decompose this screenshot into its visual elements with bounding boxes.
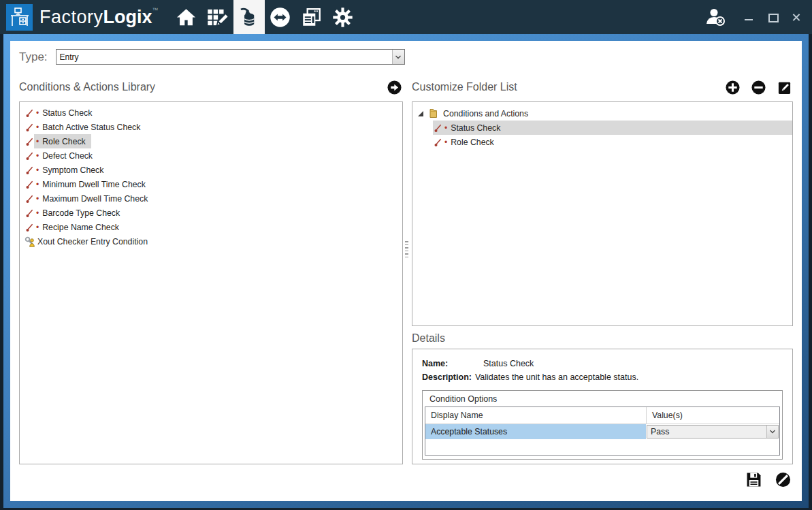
app-title: FactoryLogix™ [39,7,159,28]
folder-icon [428,108,438,118]
titlebar: FactoryLogix™ [0,0,812,34]
desk-computer-icon [6,4,33,31]
red-bullet: • [36,123,39,131]
user-logout-icon[interactable] [702,3,729,31]
condition-pin-icon [25,123,34,132]
chevron-down-icon[interactable] [766,426,778,438]
red-bullet: • [36,138,39,146]
details-description-label: Description: [422,372,472,382]
remove-circle-icon[interactable] [751,80,766,95]
condition-pin-icon [25,165,34,175]
folder-tree-item-label: Status Check [451,123,500,133]
library-list-item[interactable]: •Status Check [20,106,402,120]
library-item-label: Recipe Name Check [42,223,119,232]
details-panel: Name: Status Check Description: Validate… [412,349,793,464]
window-frame: Type: Entry Conditions & Actions Library… [3,34,809,508]
type-dropdown[interactable]: Entry [56,49,405,65]
library-list-item[interactable]: •Role Check [20,134,402,148]
close-button[interactable] [792,12,801,22]
library-list-item[interactable]: •Barcode Type Check [20,206,402,220]
library-list-item[interactable]: •Defect Check [20,148,402,163]
condition-pin-icon [25,180,34,189]
folder-list-title: Customize Folder List [412,81,517,93]
red-bullet: • [444,138,447,146]
maximize-button[interactable] [768,12,777,22]
footer-actions [412,464,793,494]
condition-pin-icon [433,123,442,133]
chevron-down-icon[interactable] [392,50,404,64]
main-content: Type: Entry Conditions & Actions Library… [10,41,802,501]
library-list: •Status Check •Batch Active Status Check… [19,101,403,464]
option-name-cell[interactable]: Acceptable Statuses [425,424,646,439]
library-item-label: Status Check [42,108,92,118]
red-bullet: • [36,180,39,189]
details-name-value: Status Check [483,359,534,368]
tree-expander-icon[interactable] [418,111,423,116]
folder-tree-root[interactable]: Conditions and Actions [412,106,792,121]
library-list-item[interactable]: •Symptom Check [20,163,402,177]
details-title: Details [412,332,793,345]
condition-pin-icon [25,194,34,204]
library-item-label: Role Check [42,137,86,146]
type-label: Type: [19,50,48,64]
library-list-item[interactable]: •Maximum Dwell Time Check [20,191,402,206]
condition-pin-icon [25,108,34,118]
option-value-text: Pass [647,427,766,436]
cancel-icon[interactable] [775,472,791,488]
arrow-right-circle-icon[interactable] [387,80,402,95]
column-splitter[interactable] [404,241,408,259]
reports-windows-icon[interactable] [296,0,327,34]
xout-wrench-icon [25,236,35,247]
condition-pin-icon [25,208,34,218]
red-bullet: • [36,166,39,174]
red-bullet: • [36,152,39,160]
folder-tree-item[interactable]: • Role Check [412,135,792,149]
condition-pin-icon [25,151,34,161]
condition-pin-icon [25,223,34,232]
library-list-item[interactable]: •Batch Active Status Check [20,120,402,134]
save-icon[interactable] [746,472,762,488]
library-title: Conditions & Actions Library [19,81,155,93]
library-database-icon[interactable] [233,0,265,34]
library-item-label: Defect Check [42,151,93,161]
library-item-label: Batch Active Status Check [42,123,140,132]
condition-pin-icon [25,137,34,146]
library-item-label: Minimum Dwell Time Check [42,180,146,189]
production-grid-pencil-icon[interactable] [202,0,233,34]
folder-tree: Conditions and Actions • Status Check • … [412,101,793,326]
edit-pencil-icon[interactable] [777,80,792,95]
folder-tree-item-label: Role Check [451,138,494,147]
add-circle-icon[interactable] [726,80,740,95]
option-value-dropdown[interactable]: Pass [647,425,779,439]
library-item-label: Barcode Type Check [42,208,120,218]
minimize-button[interactable] [744,12,753,22]
red-bullet: • [36,209,39,217]
type-dropdown-value: Entry [56,52,392,62]
option-value-cell: Pass [646,424,779,439]
folder-tree-root-label: Conditions and Actions [443,109,528,118]
condition-pin-icon [433,138,442,147]
library-item-label: Symptom Check [42,165,103,175]
main-nav [171,0,359,34]
library-list-item[interactable]: •Recipe Name Check [20,220,402,234]
details-name-label: Name: [422,359,483,368]
tree-indent [412,135,433,149]
column-header-display-name: Display Name [425,407,646,424]
settings-gear-icon[interactable] [327,0,359,34]
tree-indent [412,121,433,135]
home-icon[interactable] [171,0,202,34]
red-bullet: • [36,223,39,232]
library-list-item[interactable]: •Minimum Dwell Time Check [20,177,402,191]
library-list-item[interactable]: Xout Checker Entry Condition [20,234,402,249]
folder-tree-item[interactable]: • Status Check [412,121,792,135]
library-item-label: Maximum Dwell Time Check [42,194,148,204]
transfer-circle-arrows-icon[interactable] [265,0,296,34]
red-bullet: • [36,109,39,117]
condition-options-grid: Display Name Value(s) Acceptable Statuse… [425,407,780,456]
option-row[interactable]: Acceptable Statuses Pass [425,424,779,439]
details-description-value: Validates the unit has an acceptable sta… [475,372,638,382]
folder-tree-children: • Status Check • Role Check [412,121,792,149]
library-item-label: Xout Checker Entry Condition [37,237,148,246]
condition-options-title: Condition Options [423,391,782,407]
window-controls [744,12,801,22]
